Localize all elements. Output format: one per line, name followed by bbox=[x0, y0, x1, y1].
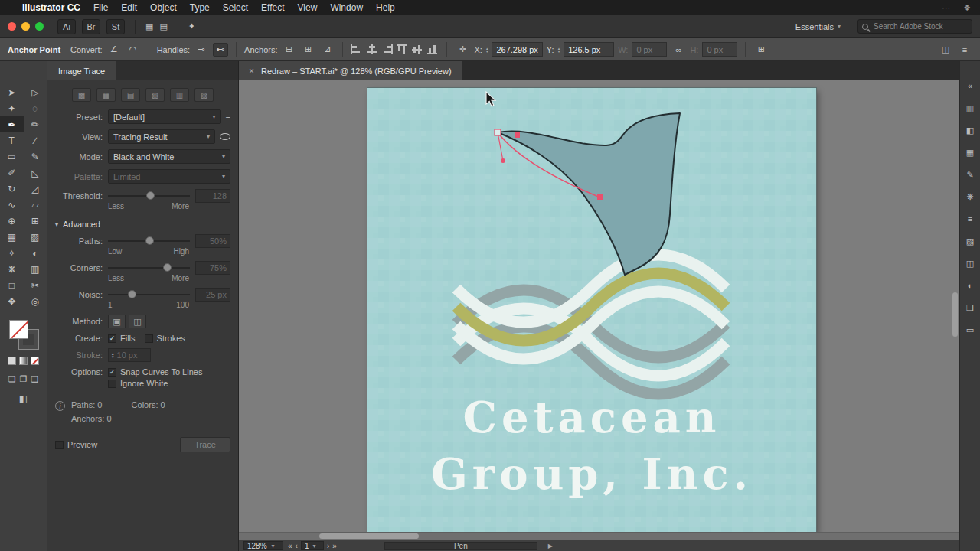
h-field[interactable]: 0 px bbox=[702, 42, 737, 57]
x-field[interactable]: 267.298 px bbox=[492, 42, 542, 57]
arrange-icon[interactable]: ◫ bbox=[938, 43, 953, 57]
cut-path-icon[interactable]: ⊿ bbox=[319, 43, 335, 57]
pencil-tool[interactable]: ✐ bbox=[0, 165, 24, 181]
selection-tool[interactable]: ➤ bbox=[0, 84, 24, 100]
anchor-point-2[interactable] bbox=[514, 132, 520, 138]
stock-button[interactable]: St bbox=[106, 19, 125, 34]
artboard-navigation-select[interactable]: 1 ▾ bbox=[301, 541, 324, 550]
preset-select[interactable]: [Default] ▾ bbox=[108, 109, 221, 124]
anchor-point-3[interactable] bbox=[597, 194, 603, 200]
zoom-tool[interactable]: ◎ bbox=[24, 293, 47, 309]
screen-mode-icon[interactable]: ◧ bbox=[19, 393, 28, 404]
advanced-disclosure[interactable]: ▾ Advanced bbox=[55, 220, 230, 229]
scale-tool[interactable]: ◿ bbox=[24, 181, 47, 197]
anchor-point-start[interactable] bbox=[495, 129, 501, 135]
fill-swatch[interactable] bbox=[9, 320, 28, 339]
search-input[interactable] bbox=[872, 21, 968, 31]
none-button[interactable] bbox=[31, 357, 39, 365]
link-width-height-icon[interactable]: ∞ bbox=[671, 43, 686, 57]
menu-window[interactable]: Window bbox=[330, 2, 363, 13]
vertical-scrollbar[interactable] bbox=[952, 82, 959, 530]
pen-tool[interactable]: ✒ bbox=[0, 116, 24, 132]
artboard-tool[interactable]: □ bbox=[0, 277, 24, 293]
y-field[interactable]: 126.5 px bbox=[564, 42, 614, 57]
remove-anchor-icon[interactable]: ⊟ bbox=[281, 43, 296, 57]
menubar-extra-icon-2[interactable]: ❖ bbox=[963, 3, 971, 13]
direct-selection-tool[interactable]: ▷ bbox=[24, 84, 47, 100]
magic-wand-tool[interactable]: ✦ bbox=[0, 100, 24, 116]
preset-outline-icon[interactable]: ▨ bbox=[194, 88, 214, 102]
reference-point-icon[interactable]: ✛ bbox=[455, 43, 470, 57]
eye-icon[interactable] bbox=[220, 133, 230, 140]
preset-black-white-icon[interactable]: ▥ bbox=[170, 88, 189, 102]
convert-to-smooth-icon[interactable]: ◠ bbox=[126, 43, 141, 57]
rotate-tool[interactable]: ↻ bbox=[0, 181, 24, 197]
align-center-icon[interactable] bbox=[366, 44, 377, 54]
libraries-panel-icon[interactable]: ▥ bbox=[963, 102, 977, 114]
width-tool[interactable]: ∿ bbox=[0, 197, 24, 213]
align-bottom-icon[interactable] bbox=[427, 44, 439, 54]
mesh-tool[interactable]: ▦ bbox=[0, 229, 24, 245]
color-panel-icon[interactable]: ◧ bbox=[963, 124, 977, 136]
artboard[interactable]: Cetacean Group, Inc. bbox=[368, 88, 816, 532]
horizontal-scrollbar[interactable] bbox=[239, 532, 959, 540]
convert-to-corner-icon[interactable]: ∠ bbox=[106, 43, 122, 57]
gradient-button[interactable] bbox=[19, 357, 28, 365]
touch-workspace-icon[interactable]: ✦ bbox=[188, 21, 195, 31]
preset-high-color-icon[interactable]: ▦ bbox=[96, 88, 116, 102]
swatches-panel-icon[interactable]: ▦ bbox=[963, 146, 977, 158]
paths-slider[interactable] bbox=[108, 236, 190, 246]
snap-curves-checkbox[interactable]: ✓ bbox=[108, 368, 116, 377]
transparency-panel-icon[interactable]: ◫ bbox=[963, 257, 977, 269]
image-trace-tab[interactable]: Image Trace bbox=[47, 61, 116, 80]
menu-type[interactable]: Type bbox=[190, 2, 210, 13]
align-left-icon[interactable] bbox=[351, 44, 362, 54]
close-tab-icon[interactable]: × bbox=[249, 66, 254, 77]
vertical-scrollbar-thumb[interactable] bbox=[952, 292, 958, 337]
artboards-panel-icon[interactable]: ▭ bbox=[963, 324, 977, 336]
menu-help[interactable]: Help bbox=[376, 2, 395, 13]
eraser-tool[interactable]: ◺ bbox=[24, 165, 47, 181]
fills-checkbox[interactable]: ✓ bbox=[108, 334, 116, 343]
previous-artboard-icon[interactable]: ‹ bbox=[296, 542, 298, 550]
align-right-icon[interactable] bbox=[381, 44, 393, 54]
mode-select[interactable]: Black and White ▾ bbox=[108, 149, 230, 164]
lasso-tool[interactable]: ◌ bbox=[24, 100, 47, 116]
noise-slider[interactable] bbox=[108, 289, 190, 300]
column-graph-tool[interactable]: ▥ bbox=[24, 261, 47, 277]
curvature-tool[interactable]: ✏ bbox=[24, 116, 47, 132]
line-segment-tool[interactable]: ∕ bbox=[24, 132, 47, 148]
preset-menu-icon[interactable]: ≡ bbox=[226, 112, 230, 122]
type-tool[interactable]: T bbox=[0, 132, 24, 148]
next-artboard-icon[interactable]: › bbox=[327, 542, 329, 550]
trace-button[interactable]: Trace bbox=[180, 437, 230, 452]
preset-auto-color-icon[interactable]: ▩ bbox=[72, 88, 91, 102]
paintbrush-tool[interactable]: ✎ bbox=[24, 148, 47, 165]
first-artboard-icon[interactable]: « bbox=[288, 542, 292, 550]
align-top-icon[interactable] bbox=[397, 44, 408, 54]
w-field[interactable]: 0 px bbox=[632, 42, 667, 57]
hide-handles-icon[interactable]: ⊷ bbox=[213, 43, 228, 57]
align-middle-icon[interactable] bbox=[412, 44, 423, 54]
zoom-window-button[interactable] bbox=[35, 22, 44, 31]
draw-inside-icon[interactable]: ❑ bbox=[31, 374, 38, 384]
preview-checkbox[interactable] bbox=[55, 441, 64, 449]
layers-panel-icon[interactable]: ❏ bbox=[963, 302, 977, 314]
document-tab[interactable]: × Redraw – START.ai* @ 128% (RGB/GPU Pre… bbox=[239, 61, 462, 80]
canvas-area[interactable]: Cetacean Group, Inc. bbox=[239, 80, 959, 532]
view-select[interactable]: Tracing Result ▾ bbox=[108, 129, 215, 144]
hand-tool[interactable]: ✥ bbox=[0, 293, 24, 309]
arrange-documents-icon[interactable]: ▦ bbox=[145, 21, 153, 31]
threshold-slider[interactable] bbox=[108, 191, 190, 201]
zoom-level-select[interactable]: 128% ▾ bbox=[243, 541, 283, 550]
menu-file[interactable]: File bbox=[93, 2, 108, 13]
free-transform-tool[interactable]: ▱ bbox=[24, 197, 47, 213]
rectangle-tool[interactable]: ▭ bbox=[0, 148, 24, 165]
brushes-panel-icon[interactable]: ✎ bbox=[963, 168, 977, 181]
perspective-grid-tool[interactable]: ⊞ bbox=[24, 213, 47, 229]
preset-grayscale-icon[interactable]: ▧ bbox=[145, 88, 165, 102]
menu-object[interactable]: Object bbox=[150, 2, 177, 13]
horizontal-scrollbar-thumb[interactable] bbox=[319, 533, 419, 539]
y-stepper[interactable]: ▴▾ bbox=[558, 47, 560, 53]
draw-behind-icon[interactable]: ❐ bbox=[20, 374, 28, 384]
